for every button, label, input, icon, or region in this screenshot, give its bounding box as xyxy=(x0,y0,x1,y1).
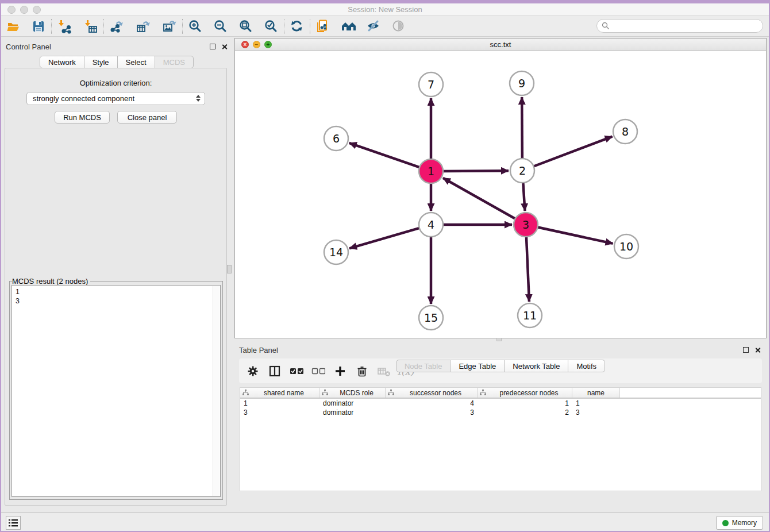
search-input[interactable] xyxy=(613,22,756,30)
scrollbar-track[interactable] xyxy=(213,286,220,496)
open-file-button[interactable] xyxy=(6,19,21,34)
zoom-in-button[interactable] xyxy=(188,19,203,34)
import-table-icon xyxy=(83,19,98,34)
main-toolbar xyxy=(0,16,770,37)
tab-node-table[interactable]: Node Table xyxy=(396,360,451,372)
zoom-in-icon xyxy=(188,19,203,34)
graph-node-label: 1 xyxy=(428,165,434,178)
tab-style[interactable]: Style xyxy=(84,56,118,68)
close-panel-button[interactable]: Close panel xyxy=(117,111,177,124)
save-session-button[interactable] xyxy=(31,19,46,34)
graph-edge-3-10[interactable] xyxy=(537,227,613,244)
network-window-titlebar[interactable]: × − + scc.txt xyxy=(235,38,766,51)
float-panel-icon[interactable] xyxy=(743,347,749,353)
tab-motifs[interactable]: Motifs xyxy=(568,360,605,372)
toolbar-separator xyxy=(182,19,183,34)
zoom-selected-button[interactable] xyxy=(264,19,279,34)
control-panel-tabs: Network Style Select MCDS xyxy=(1,56,232,68)
save-icon xyxy=(32,20,45,33)
graph-node-label: 6 xyxy=(333,132,340,145)
graph-node-label: 11 xyxy=(523,309,537,322)
import-table-button[interactable] xyxy=(83,19,98,34)
network-graph[interactable]: 7968124314101511 xyxy=(235,51,766,338)
graph-edge-1-2[interactable] xyxy=(442,171,509,171)
memory-status-icon xyxy=(722,520,729,526)
refresh-icon xyxy=(290,19,305,34)
network-view-window: × − + scc.txt 7968124314101511 xyxy=(234,38,767,338)
graph-edge-2-3[interactable] xyxy=(523,182,525,211)
graph-edge-2-8[interactable] xyxy=(533,137,613,167)
export-network-button[interactable] xyxy=(109,19,124,34)
optimization-criterion-value: strongly connected component xyxy=(33,94,134,103)
panel-splitter-handle[interactable] xyxy=(227,265,232,273)
select-stepper-icon xyxy=(196,95,201,102)
graph-edges xyxy=(349,97,613,304)
import-network-icon xyxy=(57,19,72,34)
mcds-result-title: MCDS result (2 nodes) xyxy=(12,277,90,286)
export-image-icon xyxy=(162,19,177,34)
tab-edge-table[interactable]: Edge Table xyxy=(451,360,505,372)
toolbar-separator xyxy=(103,19,104,34)
graph-edge-3-1[interactable] xyxy=(443,178,517,219)
tab-select[interactable]: Select xyxy=(118,56,155,68)
graph-edge-3-11[interactable] xyxy=(526,236,529,302)
export-table-icon xyxy=(136,19,151,34)
homes-icon xyxy=(341,19,356,34)
optimization-criterion-label: Optimization criterion: xyxy=(5,79,226,87)
import-network-button[interactable] xyxy=(57,19,72,34)
window-resize-handle[interactable] xyxy=(496,338,502,341)
graph-node-label: 14 xyxy=(329,246,343,259)
toolbar-separator xyxy=(284,19,284,34)
task-history-button[interactable] xyxy=(6,516,21,530)
export-image-button[interactable] xyxy=(162,19,177,34)
table-panel-title: Table Panel xyxy=(239,346,743,354)
show-all-button[interactable] xyxy=(391,19,406,34)
graph-edge-1-6[interactable] xyxy=(349,143,421,168)
table-tabs: Node Table Edge Table Network Table Moti… xyxy=(234,360,767,507)
export-network-icon xyxy=(109,19,124,34)
app-titlebar: Session: New Session xyxy=(0,3,770,16)
toolbar-separator xyxy=(51,19,52,34)
float-panel-icon[interactable] xyxy=(210,44,215,49)
control-panel: Control Panel Network Style Select MCDS … xyxy=(1,38,232,509)
zoom-out-button[interactable] xyxy=(213,19,228,34)
clone-network-button[interactable] xyxy=(315,19,330,34)
graph-node-label: 3 xyxy=(522,218,529,231)
graph-edge-4-14[interactable] xyxy=(349,228,421,248)
app-title: Session: New Session xyxy=(0,3,770,16)
graph-edge-2-9[interactable] xyxy=(522,97,522,160)
tab-network[interactable]: Network xyxy=(40,56,84,68)
memory-button[interactable]: Memory xyxy=(716,516,763,530)
toolbar-separator xyxy=(310,19,310,34)
memory-label: Memory xyxy=(732,519,757,527)
search-field[interactable] xyxy=(596,19,763,33)
list-icon xyxy=(8,518,18,527)
mcds-result-line: 1 xyxy=(16,287,217,296)
export-table-button[interactable] xyxy=(136,19,151,34)
zoom-fit-button[interactable] xyxy=(238,19,253,34)
open-folder-icon xyxy=(6,20,20,33)
graph-node-label: 9 xyxy=(518,77,525,90)
first-neighbors-button[interactable] xyxy=(341,19,356,34)
zoom-selected-icon xyxy=(264,19,279,34)
mcds-result-line: 3 xyxy=(16,296,217,306)
mcds-result-text[interactable]: 13 xyxy=(11,285,221,497)
zoom-out-icon xyxy=(213,19,228,34)
graph-node-label: 7 xyxy=(428,78,434,91)
tab-mcds[interactable]: MCDS xyxy=(155,56,194,68)
search-icon xyxy=(602,22,610,30)
graph-node-label: 4 xyxy=(428,218,434,231)
mcds-tab-content: Optimization criterion: strongly connect… xyxy=(5,68,227,506)
close-panel-icon[interactable] xyxy=(221,44,228,50)
close-panel-icon[interactable] xyxy=(754,347,761,353)
mcds-result-group: MCDS result (2 nodes) 13 xyxy=(9,281,223,500)
tab-network-table[interactable]: Network Table xyxy=(505,360,568,372)
apply-layout-button[interactable] xyxy=(290,19,305,34)
hide-selected-button[interactable] xyxy=(366,19,381,34)
run-mcds-button[interactable]: Run MCDS xyxy=(55,111,110,124)
graph-node-label: 8 xyxy=(622,125,629,138)
graph-node-label: 2 xyxy=(519,164,526,177)
optimization-criterion-select[interactable]: strongly connected component xyxy=(26,92,205,105)
graph-node-label: 15 xyxy=(424,311,438,324)
zoom-fit-icon xyxy=(238,19,253,34)
